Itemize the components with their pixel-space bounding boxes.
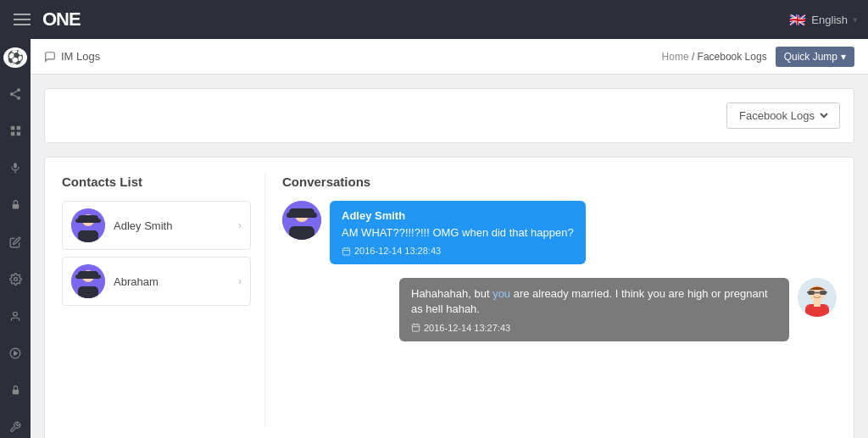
svg-rect-9 bbox=[14, 163, 17, 168]
svg-rect-11 bbox=[12, 204, 19, 208]
sidebar-icon-edit[interactable] bbox=[3, 231, 28, 253]
svg-rect-32 bbox=[342, 248, 349, 255]
svg-marker-15 bbox=[14, 351, 17, 355]
subheader: IM Logs Home / Facebook Logs Quick Jump … bbox=[31, 39, 868, 75]
sidebar-icon-grid[interactable] bbox=[3, 120, 28, 142]
sidebar-icon-share[interactable] bbox=[3, 83, 28, 105]
panel-card: Contacts List Adley Smith bbox=[44, 157, 854, 438]
subheader-left: IM Logs bbox=[44, 50, 100, 63]
svg-rect-7 bbox=[10, 132, 14, 136]
contact-item-2[interactable]: Abraham › bbox=[62, 257, 251, 306]
quick-jump-arrow: ▾ bbox=[841, 51, 846, 63]
sidebar-icon-settings[interactable] bbox=[3, 269, 28, 291]
msg-time-2: 2016-12-14 13:27:43 bbox=[411, 323, 777, 333]
calendar-icon-2 bbox=[411, 323, 420, 332]
svg-rect-6 bbox=[16, 126, 19, 130]
msg-text-2: Hahahahah, but you are already married. … bbox=[411, 286, 777, 317]
hamburger-menu[interactable] bbox=[10, 10, 34, 29]
svg-rect-45 bbox=[820, 291, 826, 295]
sidebar-icon-lock[interactable] bbox=[3, 194, 28, 216]
svg-point-12 bbox=[14, 277, 17, 280]
im-logs-icon bbox=[44, 51, 56, 63]
language-label[interactable]: English bbox=[811, 14, 848, 26]
svg-point-1 bbox=[10, 92, 14, 96]
breadcrumb-sep: / bbox=[692, 51, 698, 63]
svg-rect-26 bbox=[78, 271, 98, 278]
msg-bubble-1: Adley Smith AM WHAT??!!!?!!! OMG when di… bbox=[330, 201, 586, 264]
msg-avatar-1 bbox=[282, 201, 321, 240]
subheader-right: Home / Facebook Logs Quick Jump ▾ bbox=[662, 47, 854, 67]
svg-rect-16 bbox=[12, 390, 19, 394]
contact-name-2: Abraham bbox=[114, 275, 159, 288]
sidebar-icon-tool[interactable] bbox=[3, 416, 28, 438]
svg-rect-19 bbox=[78, 230, 98, 242]
message-1: Adley Smith AM WHAT??!!!?!!! OMG when di… bbox=[282, 201, 837, 264]
msg-sender-1: Adley Smith bbox=[342, 209, 574, 222]
contact-avatar-2 bbox=[71, 264, 105, 298]
language-dropdown-arrow[interactable]: ▾ bbox=[853, 14, 858, 25]
svg-rect-44 bbox=[808, 291, 815, 295]
svg-point-13 bbox=[14, 312, 18, 316]
svg-rect-42 bbox=[814, 300, 821, 307]
breadcrumb-home[interactable]: Home bbox=[662, 51, 689, 63]
breadcrumb: Home / Facebook Logs bbox=[662, 51, 767, 63]
contact-name-1: Adley Smith bbox=[114, 219, 172, 232]
conversations-title: Conversations bbox=[282, 175, 837, 189]
svg-line-3 bbox=[14, 95, 18, 97]
svg-point-2 bbox=[17, 96, 20, 99]
facebook-logs-select[interactable]: Facebook Logs Skype Logs WhatsApp Logs bbox=[726, 103, 840, 129]
msg-highlight: you bbox=[492, 287, 510, 300]
contacts-panel: Contacts List Adley Smith bbox=[62, 175, 265, 427]
contact-avatar-1 bbox=[71, 208, 105, 242]
sidebar-icon-lock2[interactable] bbox=[3, 380, 28, 402]
msg-text-1: AM WHAT??!!!?!!! OMG when did that happe… bbox=[342, 225, 574, 241]
msg-time-1: 2016-12-14 13:28:43 bbox=[342, 246, 574, 256]
navbar-right: 🇬🇧 English ▾ bbox=[789, 12, 858, 28]
calendar-icon-1 bbox=[342, 247, 351, 256]
conversation-panel: Conversations Adley Smith AM WHAT??!!!?!… bbox=[282, 175, 837, 427]
msg-bubble-2: Hahahahah, but you are already married. … bbox=[399, 278, 789, 341]
contact-chevron-1: › bbox=[238, 219, 242, 231]
svg-rect-31 bbox=[289, 208, 314, 216]
svg-rect-21 bbox=[78, 215, 98, 222]
language-flag: 🇬🇧 bbox=[789, 12, 806, 28]
sidebar: ⚽ bbox=[0, 39, 31, 438]
sidebar-icon-mic[interactable] bbox=[3, 157, 28, 179]
svg-rect-36 bbox=[412, 324, 419, 331]
app-logo: ONE bbox=[42, 8, 81, 30]
sidebar-icon-play[interactable] bbox=[3, 342, 28, 364]
sidebar-icon-soccer[interactable]: ⚽ bbox=[3, 47, 27, 68]
contacts-title: Contacts List bbox=[62, 175, 251, 189]
svg-line-4 bbox=[14, 91, 18, 93]
quick-jump-button[interactable]: Quick Jump ▾ bbox=[776, 47, 854, 67]
im-logs-label: IM Logs bbox=[61, 50, 100, 63]
breadcrumb-current: Facebook Logs bbox=[698, 51, 767, 63]
message-2: Hahahahah, but you are already married. … bbox=[282, 278, 837, 341]
svg-rect-29 bbox=[289, 226, 314, 240]
svg-rect-5 bbox=[10, 126, 14, 130]
facebook-logs-dropdown[interactable]: Facebook Logs Skype Logs WhatsApp Logs bbox=[736, 108, 831, 123]
svg-rect-24 bbox=[78, 286, 98, 298]
navbar: ONE 🇬🇧 English ▾ bbox=[0, 0, 868, 39]
contact-chevron-2: › bbox=[238, 275, 242, 287]
sidebar-icon-user[interactable] bbox=[3, 305, 28, 327]
svg-point-0 bbox=[17, 88, 20, 91]
main-content: Facebook Logs Skype Logs WhatsApp Logs C… bbox=[31, 75, 868, 438]
contact-item[interactable]: Adley Smith › bbox=[62, 201, 251, 250]
svg-rect-8 bbox=[16, 132, 19, 136]
navbar-left: ONE bbox=[10, 8, 81, 30]
msg-avatar-2 bbox=[798, 278, 837, 317]
top-card: Facebook Logs Skype Logs WhatsApp Logs bbox=[44, 88, 854, 143]
